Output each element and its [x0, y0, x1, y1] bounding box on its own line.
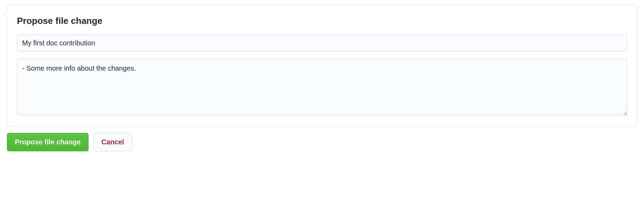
- propose-file-change-button[interactable]: Propose file change: [7, 133, 89, 151]
- propose-change-panel: Propose file change: [7, 5, 637, 127]
- panel-title: Propose file change: [17, 16, 627, 26]
- action-bar: Propose file change Cancel: [7, 133, 637, 151]
- commit-summary-input[interactable]: [17, 35, 627, 52]
- cancel-button[interactable]: Cancel: [93, 133, 132, 151]
- commit-description-textarea[interactable]: [17, 58, 627, 115]
